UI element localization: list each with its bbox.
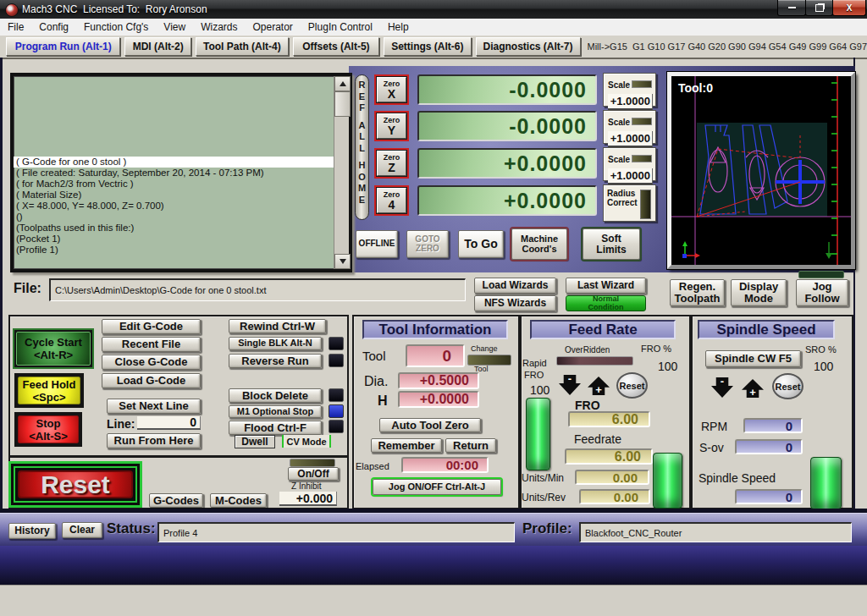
menu-plugin-control[interactable]: PlugIn Control [301,19,380,36]
menu-file[interactable]: File [0,19,31,36]
close-button[interactable]: X [832,0,866,16]
menu-function-cfgs[interactable]: Function Cfg's [76,19,156,36]
z-axis-dro[interactable]: +0.0000 [417,148,597,179]
line-number-field[interactable]: 0 [137,416,201,430]
tab-mdi[interactable]: MDI (Alt-2) [124,37,191,56]
menu-config[interactable]: Config [31,19,76,36]
ref-all-home-button[interactable]: R E F A L L H O M E [355,74,369,220]
m1-optional-stop-button[interactable]: M1 Optional Stop [229,405,322,418]
feedrate-dro[interactable]: 6.00 [565,448,653,465]
x-axis-dro[interactable]: -0.0000 [417,74,597,105]
stop-button[interactable]: Stop<Alt-S> [14,412,82,447]
set-next-line-button[interactable]: Set Next Line [107,399,201,414]
single-blk-button[interactable]: Single BLK Alt-N [229,337,322,350]
m-codes-button[interactable]: M-Codes [210,493,267,508]
y-axis-dro[interactable]: -0.0000 [417,111,597,141]
z-inhibit-value-field[interactable]: +0.000 [279,492,337,506]
scroll-down-button[interactable] [334,254,351,269]
tab-settings[interactable]: Settings (Alt-6) [384,37,471,56]
fro-dro[interactable]: 6.00 [568,411,650,427]
soft-limits-button[interactable]: Soft Limits [583,228,640,260]
clear-button[interactable]: Clear [62,522,102,538]
remember-button[interactable]: Remember [371,438,442,453]
offline-button[interactable]: OFFLINE [356,230,398,258]
run-from-here-button[interactable]: Run From Here [107,433,201,448]
auto-tool-zero-button[interactable]: Auto Tool Zero [379,418,481,432]
tab-offsets[interactable]: Offsets (Alt-5) [293,37,379,56]
z-scale-led [632,155,652,162]
mach3-logo-icon [5,3,19,17]
gcode-line: (Profile 1) [14,245,334,256]
a-axis-dro[interactable]: +0.0000 [417,185,597,216]
to-go-button[interactable]: To Go [458,230,504,258]
menu-operator[interactable]: Operator [246,19,301,36]
z-inhibit-label: Z Inhibit [291,481,322,491]
zero-x-button[interactable]: ZeroX [374,74,409,105]
ref-letter: L [356,143,368,155]
fro-slider[interactable] [653,453,682,509]
goto-zero-button[interactable]: GOTO ZERO [406,230,449,258]
close-gcode-button[interactable]: Close G-Code [102,355,201,370]
load-wizards-button[interactable]: Load Wizards [474,278,556,294]
gcode-scrollbar[interactable] [334,76,349,269]
gcode-list[interactable]: ( G-Code for one 0 stool ) ( File create… [10,73,352,272]
y-scale-value[interactable]: +1.0000 [608,131,653,147]
return-button[interactable]: Return [445,438,496,453]
normal-condition-button[interactable]: Normal Condition [566,295,646,311]
last-wizard-button[interactable]: Last Wizard [566,278,646,294]
reverse-run-button[interactable]: Reverse Run [229,354,322,368]
title-bar[interactable]: Mach3 CNC Licensed To: Rory Aronson X [0,0,867,19]
jog-onoff-button[interactable]: Jog ON/OFF Ctrl-Alt-J [373,479,501,495]
rapid-fro-label: FRO [524,370,544,380]
z-scale-value[interactable]: +1.0000 [608,168,653,184]
scrollbar-thumb[interactable] [334,91,351,117]
menu-view[interactable]: View [156,19,193,36]
minimize-button[interactable] [777,0,806,16]
menu-help[interactable]: Help [380,19,417,36]
spindle-speed-label: Spindle Speed [699,471,776,485]
block-delete-button[interactable]: Block Delete [229,388,322,403]
tool-dia-dro[interactable]: +0.5000 [398,372,479,389]
tool-h-dro[interactable]: +0.0000 [398,391,479,408]
tab-tool-path[interactable]: Tool Path (Alt-4) [196,37,289,56]
zero-z-button[interactable]: ZeroZ [374,148,409,179]
x-scale-box[interactable]: Scale +1.0000 [603,73,656,107]
toolpath-display[interactable]: Tool:0 [667,72,855,269]
scroll-up-button[interactable] [334,76,351,91]
nfs-wizards-button[interactable]: NFS Wizards [474,295,556,311]
g-codes-button[interactable]: G-Codes [149,493,203,508]
spindle-slider[interactable] [810,457,842,509]
feedrate-slider[interactable] [526,398,550,470]
menu-wizards[interactable]: Wizards [193,19,245,36]
display-mode-button[interactable]: Display Mode [731,279,787,306]
tool-number-dro[interactable]: 0 [406,344,465,367]
zero-y-button[interactable]: ZeroY [374,111,409,141]
reset-button[interactable]: Reset [8,461,142,508]
spindle-speed-dro[interactable]: 0 [735,489,803,504]
spindle-reset-button[interactable]: Reset [772,373,803,399]
feed-hold-button[interactable]: Feed Hold<Spc> [14,373,84,408]
zero-4-button[interactable]: Zero4 [374,185,409,216]
z-scale-box[interactable]: Scale +1.0000 [603,147,656,181]
flood-button[interactable]: Flood Ctrl-F [229,421,322,435]
sov-dro[interactable]: 0 [735,439,803,454]
file-path-field[interactable]: C:\Users\Admin\Desktop\G-Code for one 0 … [49,278,466,301]
recent-file-button[interactable]: Recent File [102,337,201,352]
machine-coords-button[interactable]: Machine Coord's [511,228,567,260]
fro-reset-button[interactable]: Reset [616,372,648,399]
history-button[interactable]: History [8,523,56,539]
tab-program-run[interactable]: Program Run (Alt-1) [6,37,120,56]
cycle-start-button[interactable]: Cycle Start<Alt-R> [13,328,94,369]
z-inhibit-onoff-button[interactable]: On/Off [288,467,339,481]
rewind-button[interactable]: Rewind Ctrl-W [229,319,326,333]
tab-diagnostics[interactable]: Diagnostics (Alt-7) [476,37,581,56]
jog-follow-button[interactable]: Jog Follow [796,279,848,306]
spindle-cw-button[interactable]: Spindle CW F5 [705,350,801,367]
load-gcode-button[interactable]: Load G-Code [102,373,201,388]
regen-toolpath-button[interactable]: Regen. Toolpath [670,279,725,306]
y-scale-box[interactable]: Scale +1.0000 [603,110,656,144]
edit-gcode-button[interactable]: Edit G-Code [102,319,201,334]
restore-button[interactable] [805,0,833,16]
x-scale-value[interactable]: +1.0000 [608,94,653,110]
radius-correct-button[interactable]: Radius Correct [603,184,656,222]
